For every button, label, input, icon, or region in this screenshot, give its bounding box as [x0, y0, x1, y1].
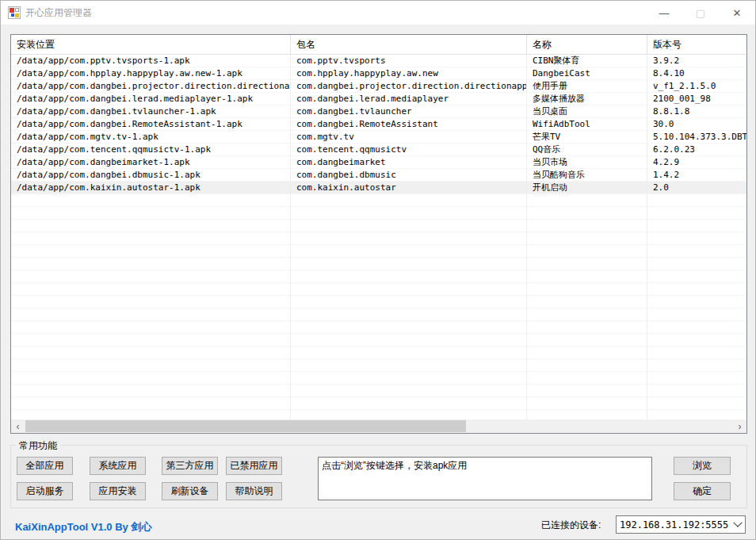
table-cell-path: /data/app/com.dangbei.RemoteAssistant-1.…: [11, 118, 291, 131]
maximize-icon[interactable]: ▢: [682, 1, 719, 25]
table-row[interactable]: [11, 245, 746, 258]
table-row[interactable]: [11, 347, 746, 359]
table-cell-version: [647, 296, 746, 308]
table-cell-package: [291, 397, 527, 410]
scroll-left-icon[interactable]: ‹: [11, 419, 25, 433]
third-party-apps-button[interactable]: 第三方应用: [162, 457, 218, 475]
refresh-device-button[interactable]: 刷新设备: [162, 482, 218, 500]
titlebar: 开心应用管理器 — ▢ ✕: [1, 1, 755, 25]
table-cell-version: [647, 245, 746, 258]
browse-button[interactable]: 浏览: [674, 457, 731, 475]
table-cell-path: [11, 207, 291, 220]
table-cell-path: /data/app/com.mgtv.tv-1.apk: [11, 131, 291, 144]
table-cell-version: 5.10.104.373.3.DBTY_1: [647, 131, 746, 144]
table-cell-name: 当贝酷狗音乐: [527, 169, 647, 182]
column-header-version[interactable]: 版本号: [647, 35, 746, 55]
table-row[interactable]: [11, 321, 746, 334]
table-row[interactable]: [11, 194, 746, 207]
table-cell-version: [647, 194, 746, 207]
table-row[interactable]: /data/app/com.dangbeimarket-1.apkcom.dan…: [11, 156, 746, 169]
table-row[interactable]: /data/app/com.mgtv.tv-1.apkcom.mgtv.tv芒果…: [11, 131, 746, 144]
table-cell-version: 4.2.9: [647, 156, 746, 169]
device-combobox[interactable]: 192.168.31.192:5555: [616, 515, 746, 534]
table-cell-path: [11, 308, 291, 321]
table-cell-package: [291, 372, 527, 385]
table-row[interactable]: [11, 334, 746, 347]
table-body: /data/app/com.pptv.tvsports-1.apkcom.ppt…: [11, 55, 746, 420]
table-cell-version: 30.0: [647, 118, 746, 131]
table-cell-path: /data/app/com.hpplay.happyplay.aw.new-1.…: [11, 67, 291, 80]
table-cell-path: [11, 385, 291, 397]
scroll-right-icon[interactable]: ›: [733, 419, 746, 433]
table-cell-name: [527, 220, 647, 232]
table-cell-version: [647, 220, 746, 232]
table-cell-name: 当贝桌面: [527, 105, 647, 118]
table-row[interactable]: [11, 385, 746, 397]
table-cell-name: [527, 359, 647, 372]
all-apps-button[interactable]: 全部应用: [17, 457, 73, 475]
disabled-apps-button[interactable]: 已禁用应用: [226, 457, 282, 475]
apk-path-textbox[interactable]: 点击“浏览”按键选择，安装apk应用: [318, 457, 652, 500]
table-cell-name: QQ音乐: [527, 144, 647, 156]
table-row[interactable]: [11, 207, 746, 220]
table-cell-path: [11, 283, 291, 296]
table-cell-name: [527, 347, 647, 359]
table-row[interactable]: /data/app/com.dangbei.RemoteAssistant-1.…: [11, 118, 746, 131]
table-cell-package: com.dangbei.lerad.mediaplayer: [291, 93, 527, 105]
table-cell-path: [11, 347, 291, 359]
scrollbar-thumb[interactable]: [25, 420, 466, 432]
column-header-install-path[interactable]: 安装位置: [11, 35, 291, 55]
table-cell-version: [647, 385, 746, 397]
ok-button[interactable]: 确定: [674, 482, 731, 500]
table-cell-package: [291, 385, 527, 397]
table-row[interactable]: [11, 270, 746, 283]
table-cell-path: /data/app/com.dangbei.tvlauncher-1.apk: [11, 105, 291, 118]
table-cell-version: 3.9.2: [647, 55, 746, 67]
table-cell-package: [291, 347, 527, 359]
table-row[interactable]: [11, 258, 746, 270]
table-row[interactable]: [11, 397, 746, 410]
column-header-name[interactable]: 名称: [527, 35, 647, 55]
app-icon: [8, 6, 21, 19]
install-app-button[interactable]: 应用安装: [90, 482, 146, 500]
table-cell-name: [527, 334, 647, 347]
scrollbar-track[interactable]: [25, 419, 733, 433]
table-cell-name: [527, 194, 647, 207]
table-cell-path: [11, 194, 291, 207]
table-cell-version: 2100_001_98: [647, 93, 746, 105]
table-row[interactable]: [11, 372, 746, 385]
table-header: 安装位置 包名 名称 版本号: [11, 35, 746, 55]
table-cell-path: [11, 220, 291, 232]
table-cell-path: /data/app/com.dangbei.dbmusic-1.apk: [11, 169, 291, 182]
table-row[interactable]: /data/app/com.dangbei.dbmusic-1.apkcom.d…: [11, 169, 746, 182]
table-row[interactable]: /data/app/com.pptv.tvsports-1.apkcom.ppt…: [11, 55, 746, 67]
table-cell-path: /data/app/com.pptv.tvsports-1.apk: [11, 55, 291, 67]
table-row[interactable]: /data/app/com.kaixin.autostar-1.apkcom.k…: [11, 182, 746, 194]
table-cell-package: [291, 220, 527, 232]
table-cell-version: [647, 347, 746, 359]
table-cell-name: WifiAdbTool: [527, 118, 647, 131]
table-row[interactable]: /data/app/com.dangbei.projector.directio…: [11, 80, 746, 93]
help-button[interactable]: 帮助说明: [226, 482, 282, 500]
system-apps-button[interactable]: 系统应用: [90, 457, 146, 475]
table-row[interactable]: [11, 296, 746, 308]
table-row[interactable]: [11, 283, 746, 296]
table-row[interactable]: [11, 359, 746, 372]
column-header-package[interactable]: 包名: [291, 35, 527, 55]
chevron-down-icon[interactable]: [731, 522, 745, 528]
table-cell-package: com.dangbei.projector.direction.directio…: [291, 80, 527, 93]
table-cell-package: [291, 258, 527, 270]
table-row[interactable]: [11, 308, 746, 321]
table-row[interactable]: [11, 220, 746, 232]
table-row[interactable]: /data/app/com.hpplay.happyplay.aw.new-1.…: [11, 67, 746, 80]
table-cell-name: [527, 283, 647, 296]
table-cell-package: [291, 207, 527, 220]
table-row[interactable]: /data/app/com.dangbei.tvlauncher-1.apkco…: [11, 105, 746, 118]
start-service-button[interactable]: 启动服务: [17, 482, 73, 500]
minimize-icon[interactable]: —: [646, 1, 682, 25]
table-row[interactable]: /data/app/com.dangbei.lerad.mediaplayer-…: [11, 93, 746, 105]
table-row[interactable]: /data/app/com.tencent.qqmusictv-1.apkcom…: [11, 144, 746, 156]
horizontal-scrollbar[interactable]: ‹ ›: [11, 419, 746, 433]
table-row[interactable]: [11, 232, 746, 245]
close-icon[interactable]: ✕: [719, 1, 755, 25]
